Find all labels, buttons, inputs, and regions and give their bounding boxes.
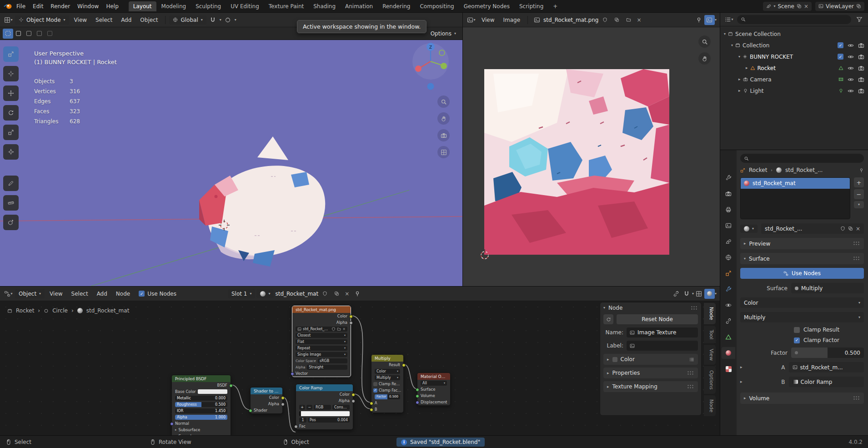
panel-grip[interactable] <box>691 306 698 311</box>
surface-shader-field[interactable]: Multiply <box>791 283 864 293</box>
node-socket[interactable] <box>229 384 233 388</box>
tab-scene[interactable] <box>722 236 735 247</box>
mode-dropdown[interactable]: Object Mode ▾ <box>15 15 69 25</box>
editor-type-3d-viewport-icon[interactable]: ▾ <box>3 15 14 25</box>
disable-render-camera-icon[interactable] <box>858 54 864 60</box>
socket-expand-icon[interactable]: ▸ <box>740 380 743 384</box>
workspace-tab-shading[interactable]: Shading <box>309 1 340 11</box>
breadcrumb-object[interactable]: Rocket <box>16 307 34 314</box>
overlays-icon[interactable] <box>694 289 704 299</box>
preview-shading-icon[interactable] <box>704 289 715 299</box>
disable-render-camera-icon[interactable] <box>858 42 864 49</box>
panel-preview[interactable]: ▸ Preview <box>740 238 864 249</box>
node-socket[interactable] <box>370 408 373 412</box>
new-scene-icon[interactable] <box>797 4 802 9</box>
panel-node-header[interactable]: ▾ Node <box>603 305 698 311</box>
factor-slider[interactable]: Factor0.500 <box>375 394 400 399</box>
panel-grip[interactable] <box>853 241 860 246</box>
viewport-menu-object[interactable]: Object <box>136 15 161 25</box>
workspace-tab-scripting[interactable]: Scripting <box>515 1 548 11</box>
workspace-tab-geometry-nodes[interactable]: Geometry Nodes <box>459 1 514 11</box>
image-menu-image[interactable]: Image <box>499 15 524 25</box>
pan-hand-icon[interactable] <box>698 52 711 65</box>
scale-tool[interactable] <box>3 125 19 140</box>
remove-stop-button[interactable]: − <box>306 405 312 410</box>
proportional-options-chevron[interactable]: ▾ <box>235 18 236 22</box>
pin-icon[interactable] <box>859 168 864 173</box>
panel-grip[interactable] <box>687 384 694 389</box>
rotate-tool[interactable] <box>3 105 19 121</box>
image-editor-canvas[interactable] <box>463 27 720 286</box>
snap-magnet-icon[interactable] <box>682 289 692 299</box>
collection-checkbox[interactable]: ✓ <box>838 42 843 48</box>
node-socket[interactable] <box>370 402 373 405</box>
tab-view-layer[interactable] <box>722 220 735 232</box>
fake-user-shield-icon[interactable] <box>320 289 330 299</box>
sidebar-tab-node-2[interactable]: Node <box>704 395 716 417</box>
slot-dropdown[interactable]: Slot 1 ▾ <box>228 289 255 298</box>
shader-menu-view[interactable]: View <box>46 289 66 298</box>
pan-hand-icon[interactable] <box>437 112 450 125</box>
node-label-field[interactable] <box>627 341 698 351</box>
unlink-material-icon[interactable]: × <box>343 291 351 297</box>
outliner-row-camera[interactable]: ▸ Camera <box>720 74 868 85</box>
hide-eye-icon[interactable] <box>848 54 854 60</box>
node-socket[interactable] <box>291 372 294 376</box>
source-dropdown[interactable]: Single Image▾ <box>296 352 347 357</box>
tab-tool[interactable] <box>722 172 735 184</box>
panel-grip[interactable] <box>853 256 860 261</box>
outliner-row-scene-collection[interactable]: ▾ Scene Collection <box>720 28 868 40</box>
tab-object[interactable] <box>722 267 735 279</box>
panel-texture-mapping[interactable]: ▸ Texture Mapping <box>603 381 698 392</box>
workspace-tab-rendering[interactable]: Rendering <box>378 1 415 11</box>
use-nodes-button[interactable]: Use Nodes <box>740 268 864 279</box>
viewport-canvas[interactable]: User Perspective (1) BUNNY ROCKET | Rock… <box>0 40 462 286</box>
annotate-tool[interactable] <box>3 176 19 191</box>
duplicate-image-icon[interactable] <box>612 15 622 25</box>
pin-icon[interactable] <box>694 15 704 25</box>
hide-eye-icon[interactable] <box>848 42 854 49</box>
extension-dropdown[interactable]: Repeat▾ <box>296 346 347 351</box>
color-checkbox[interactable] <box>612 357 617 362</box>
select-mode-invert-button[interactable] <box>34 29 45 39</box>
viewport-menu-select[interactable]: Select <box>92 15 116 25</box>
node-socket[interactable] <box>294 425 298 428</box>
editor-type-shader-icon[interactable]: ▾ <box>3 289 14 299</box>
panel-grip[interactable] <box>853 396 860 401</box>
outliner-row-collection[interactable]: ▾ Collection ✓ <box>720 40 868 51</box>
node-color-ramp[interactable]: Color Ramp Color Alpha + − RGB Constant … <box>296 384 353 430</box>
node-socket[interactable] <box>281 403 285 406</box>
select-mode-extend-button[interactable] <box>13 29 24 39</box>
display-channels-icon[interactable] <box>704 15 715 25</box>
node-socket[interactable] <box>349 315 353 318</box>
hide-eye-icon[interactable] <box>848 65 854 71</box>
roughness-slider[interactable]: Roughness0.500 <box>175 402 227 407</box>
move-tool[interactable] <box>3 86 19 101</box>
ramp-interpolation-dropdown[interactable]: Constant <box>332 405 350 410</box>
stop-index-field[interactable]: 1 <box>299 418 306 423</box>
shader-menu-add[interactable]: Add <box>93 289 111 298</box>
tab-material[interactable] <box>722 347 735 359</box>
panel-color[interactable]: ▸ Color <box>603 354 698 365</box>
snap-magnet-icon[interactable] <box>208 15 218 25</box>
disable-render-camera-icon[interactable] <box>858 65 864 71</box>
slot-specials-button[interactable]: ▾ <box>854 201 864 208</box>
add-cube-tool[interactable] <box>3 215 19 230</box>
hide-eye-icon[interactable] <box>848 88 854 94</box>
reset-node-button[interactable]: Reset Node <box>617 314 698 324</box>
tab-render[interactable] <box>722 188 735 200</box>
tab-world[interactable] <box>722 252 735 263</box>
node-mix-multiply[interactable]: Multiply Result Color▾ Multiply▾ Clamp R… <box>371 354 404 413</box>
select-mode-new-button[interactable] <box>3 29 13 39</box>
hide-eye-icon[interactable] <box>848 76 854 83</box>
editor-type-image-icon[interactable]: ▾ <box>466 15 477 25</box>
factor-slider[interactable]: 0.500 <box>791 347 864 358</box>
projection-dropdown[interactable]: Flat▾ <box>296 339 347 344</box>
transform-tool[interactable] <box>3 144 19 160</box>
tab-output[interactable] <box>722 204 735 216</box>
breadcrumb-object[interactable]: Rocket <box>749 167 767 173</box>
disclosure-icon[interactable]: ▾ <box>724 32 726 36</box>
tab-constraints[interactable] <box>722 315 735 327</box>
zoom-icon[interactable] <box>437 96 450 108</box>
cursor-tool[interactable] <box>3 66 19 81</box>
